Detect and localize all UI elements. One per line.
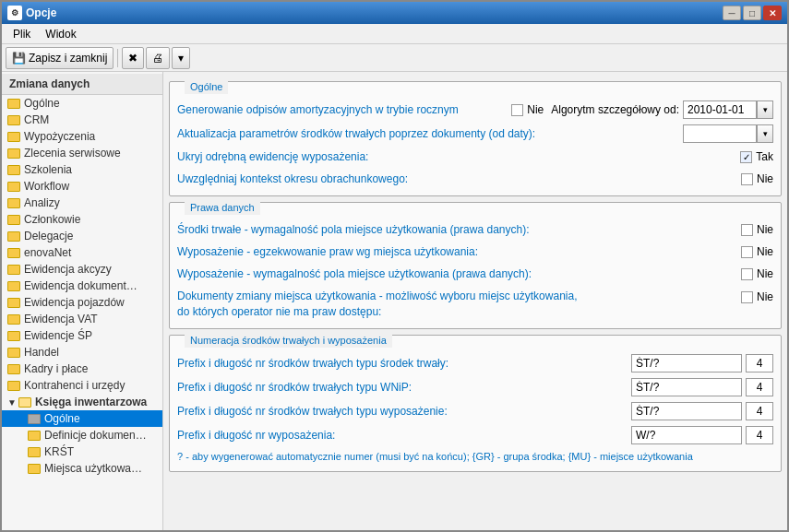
checkbox-wyposa-prawa-input[interactable]: [741, 246, 753, 258]
maximize-button[interactable]: □: [743, 6, 761, 20]
section-ogolne-title: Ogólne: [185, 79, 228, 94]
group-numeracja: Numeracja środków trwałych i wyposażenia…: [169, 335, 782, 472]
label-prefix4: Prefix i długość nr wyposażenia:: [177, 429, 631, 442]
discard-icon: ✖: [128, 52, 137, 65]
folder-icon: [7, 231, 20, 242]
sidebar-item-ewidakcyzy[interactable]: Ewidencja akcyzy: [2, 261, 162, 278]
folder-icon: [7, 148, 20, 159]
main-window: ⚙ Opcje ─ □ ✕ Plik Widok 💾 Zapisz i zamk…: [0, 0, 789, 532]
close-button[interactable]: ✕: [763, 6, 782, 20]
checkbox-srodki-prawa: Nie: [741, 223, 773, 236]
checkbox-uwzgledniaj-input[interactable]: [741, 173, 753, 185]
prefix2-input[interactable]: [631, 378, 742, 396]
sidebar-item-krst[interactable]: KRŚT: [2, 443, 162, 460]
sidebar-item-ewidsp[interactable]: Ewidencje ŚP: [2, 327, 162, 344]
sidebar-item-wypozyczenia[interactable]: Wypożyczenia: [2, 128, 162, 145]
save-icon: 💾: [12, 52, 26, 65]
toolbar: 💾 Zapisz i zamknij ✖ 🖨 ▾: [2, 44, 787, 72]
toolbar-separator: [117, 49, 118, 67]
sidebar-item-miejsca[interactable]: Miejsca użytkowa…: [2, 460, 162, 477]
folder-icon: [7, 381, 20, 391]
menu-plik[interactable]: Plik: [6, 26, 38, 42]
checkbox-ukryj-label: Tak: [756, 150, 773, 163]
prefix2-num-input[interactable]: [746, 378, 773, 396]
checkbox-amortyzacja: Nie: [511, 103, 544, 116]
sidebar-item-definicje[interactable]: Definicje dokumen…: [2, 427, 162, 443]
label-uwzgledniaj: Uwzględniaj kontekst okresu obrachunkowe…: [177, 172, 741, 185]
save-close-label: Zapisz i zamknij: [29, 52, 107, 65]
sidebar-item-delegacje[interactable]: Delegacje: [2, 228, 162, 244]
sidebar-item-ogolne-sub[interactable]: Ogólne: [2, 410, 162, 427]
sidebar-item-ogolne[interactable]: Ogólne: [2, 95, 162, 112]
folder-icon: [7, 281, 20, 291]
checkbox-amortyzacja-label: Nie: [527, 103, 544, 116]
print-icon: 🖨: [152, 52, 163, 65]
minimize-button[interactable]: ─: [723, 6, 741, 20]
prefix4-num-input[interactable]: [746, 426, 773, 444]
prefix3-num-input[interactable]: [746, 402, 773, 420]
label-wyposa-prawa: Wyposażenie - egzekwowanie praw wg miejs…: [177, 245, 741, 258]
date-aktualizacja-input[interactable]: [683, 124, 757, 143]
dropdown-button[interactable]: ▾: [172, 47, 190, 69]
folder-open-icon: [18, 397, 31, 408]
sidebar-item-ewidokument[interactable]: Ewidencja dokument…: [2, 278, 162, 294]
checkbox-uwzgledniaj: Nie: [741, 172, 773, 185]
date-dropdown-button[interactable]: ▾: [757, 100, 773, 119]
sidebar-item-ewidpojazdow[interactable]: Ewidencja pojazdów: [2, 294, 162, 311]
label-srodki-prawa: Środki trwałe - wymagalność pola miejsce…: [177, 223, 741, 236]
folder-icon: [7, 215, 20, 225]
folder-icon: [28, 464, 41, 474]
menu-bar: Plik Widok: [2, 24, 787, 44]
sidebar-header: Zmiana danych: [2, 74, 162, 95]
row-srodki-prawa: Środki trwałe - wymagalność pola miejsce…: [170, 219, 781, 241]
discard-button[interactable]: ✖: [122, 47, 144, 69]
folder-icon: [7, 182, 20, 192]
prefix1-num-input[interactable]: [746, 354, 773, 372]
row-prefix2: Prefix i długość nr środków trwałych typ…: [170, 375, 781, 399]
sidebar-item-analizy[interactable]: Analizy: [2, 195, 162, 211]
checkbox-amortyzacja-input[interactable]: [511, 104, 523, 116]
checkbox-ukryj: ✓ Tak: [740, 150, 773, 163]
menu-widok[interactable]: Widok: [38, 26, 83, 42]
chevron-down-icon: ▾: [178, 52, 184, 65]
date-algorytm-input[interactable]: [683, 100, 757, 119]
checkbox-dokumenty-label: Nie: [757, 290, 773, 303]
sidebar-item-ewidvat[interactable]: Ewidencja VAT: [2, 311, 162, 327]
sidebar-item-szkolenia[interactable]: Szkolenia: [2, 161, 162, 178]
sidebar: Zmiana danych Ogólne CRM Wypożyczenia Zl…: [2, 72, 163, 530]
print-button[interactable]: 🖨: [146, 47, 170, 69]
checkbox-wyposa-wymagalnosc-input[interactable]: [741, 268, 753, 280]
checkbox-wyposa-wymagalnosc-label: Nie: [757, 267, 773, 280]
sidebar-item-kadry[interactable]: Kadry i płace: [2, 361, 162, 377]
sidebar-item-workflow[interactable]: Workflow: [2, 178, 162, 195]
checkbox-dokumenty: Nie: [741, 290, 773, 303]
sidebar-item-enovanet[interactable]: enovaNet: [2, 244, 162, 261]
date-aktualizacja-dropdown[interactable]: ▾: [757, 124, 773, 143]
sidebar-item-czlonkowie[interactable]: Członkowie: [2, 211, 162, 228]
prefix4-input[interactable]: [631, 426, 742, 444]
folder-icon: [7, 348, 20, 358]
hint-text: ? - aby wygenerować automatycznie numer …: [170, 447, 781, 466]
row-prefix1: Prefix i długość nr środków trwałych typ…: [170, 351, 781, 375]
folder-icon: [7, 364, 20, 374]
row-wyposa-wymagalnosc: Wyposażenie - wymagalność pola miejsce u…: [170, 263, 781, 285]
sidebar-item-zlecenia[interactable]: Zlecenia serwisowe: [2, 145, 162, 161]
expand-arrow-icon: ▼: [7, 397, 17, 408]
checkbox-srodki-prawa-input[interactable]: [741, 224, 753, 236]
sidebar-item-kontrahenci[interactable]: Kontrahenci i urzędy: [2, 377, 162, 394]
checkbox-dokumenty-input[interactable]: [741, 291, 753, 303]
sidebar-item-ksiega[interactable]: ▼ Księga inwentarzowa: [2, 394, 162, 410]
prefix1-input[interactable]: [631, 354, 742, 372]
checkbox-ukryj-input[interactable]: ✓: [740, 151, 752, 163]
sidebar-item-handel[interactable]: Handel: [2, 344, 162, 361]
sidebar-item-crm[interactable]: CRM: [2, 112, 162, 128]
group-ogolne: Ogólne Generowanie odpisów amortyzacyjny…: [169, 81, 782, 196]
folder-icon: [7, 115, 20, 125]
label-dokumenty: Dokumenty zmiany miejsca użytkowania - m…: [177, 289, 741, 320]
window-title: Opcje: [26, 6, 723, 19]
prefix3-input[interactable]: [631, 402, 742, 420]
label-prefix1: Prefix i długość nr środków trwałych typ…: [177, 357, 631, 370]
label-wyposa-wymagalnosc: Wyposażenie - wymagalność pola miejsce u…: [177, 267, 741, 280]
folder-icon: [28, 447, 41, 457]
save-close-button[interactable]: 💾 Zapisz i zamknij: [6, 47, 114, 69]
